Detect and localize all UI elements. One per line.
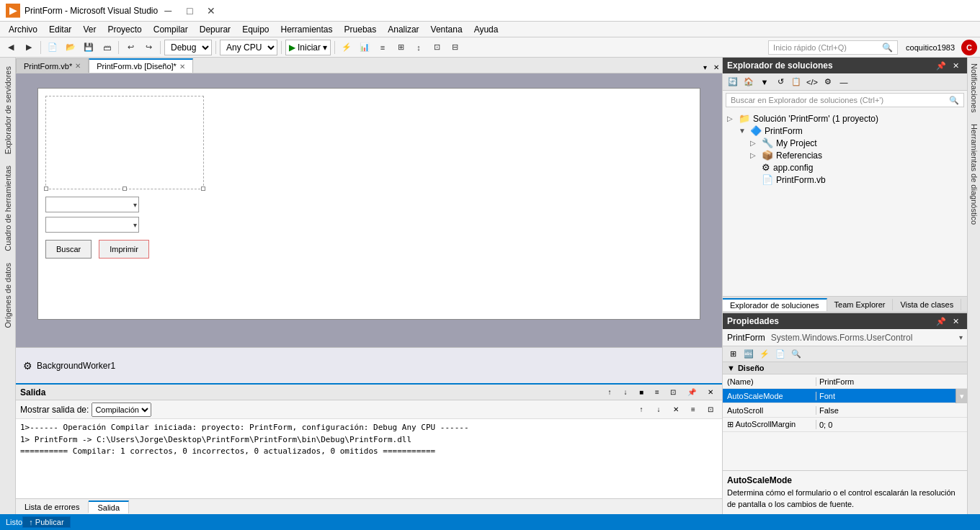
output-filter-select[interactable]: Compilación [92, 403, 151, 417]
output-pin-btn[interactable]: 📌 [685, 386, 699, 399]
toolbar-redo-btn[interactable]: ↪ [141, 40, 156, 55]
quick-search-box[interactable]: Inicio rápido (Ctrl+Q) 🔍 [768, 40, 898, 55]
user-avatar[interactable]: C [961, 40, 977, 55]
sidebar-item-data[interactable]: Orígenes de datos [1, 257, 15, 334]
maximize-button[interactable]: □ [179, 4, 200, 18]
tree-referencias[interactable]: ▷ 📦 Referencias [727, 149, 963, 161]
menu-compilar[interactable]: Compilar [148, 23, 194, 36]
toolbar-open-btn[interactable]: 📂 [63, 40, 79, 55]
tree-myproject[interactable]: ▷ 🔧 My Project [727, 137, 963, 149]
output-btn3[interactable]: ■ [634, 386, 649, 399]
se-btn-extra[interactable]: — [837, 76, 851, 89]
resize-handle-br[interactable] [201, 187, 205, 191]
menu-equipo[interactable]: Equipo [236, 23, 275, 36]
output-filter-btn3[interactable]: ✕ [669, 403, 683, 416]
tab-close-design-icon[interactable]: ✕ [179, 63, 185, 71]
output-filter-btn4[interactable]: ≡ [686, 403, 700, 416]
tab-close-all-btn[interactable]: ✕ [710, 61, 722, 73]
toolbar-extra4[interactable]: ⊞ [393, 40, 409, 55]
prop-search-btn[interactable]: 🔍 [789, 348, 803, 361]
sidebar-item-toolbox[interactable]: Cuadro de herramientas [1, 160, 15, 257]
tab-printform-design[interactable]: PrintForm.vb [Diseño]* ✕ [89, 58, 193, 73]
prop-page-btn[interactable]: 📄 [773, 348, 788, 361]
output-filter-btn1[interactable]: ↑ [634, 403, 649, 416]
resize-handle-bm[interactable] [122, 187, 127, 191]
prop-row-autoscalemode[interactable]: AutoScaleMode Font ▾ [723, 389, 967, 403]
picture-box[interactable] [45, 96, 204, 189]
minimize-button[interactable]: ─ [158, 4, 178, 18]
tab-close-icon[interactable]: ✕ [75, 62, 81, 70]
toolbar-extra7[interactable]: ⊟ [447, 40, 463, 55]
output-btn1[interactable]: ↑ [602, 386, 617, 399]
btn-imprimir[interactable]: Imprimir [99, 240, 149, 259]
prop-event-btn[interactable]: ⚡ [757, 348, 772, 361]
toolbar-save-btn[interactable]: 💾 [81, 40, 97, 55]
tree-solution[interactable]: ▷ 📁 Solución 'PrintForm' (1 proyecto) [727, 112, 963, 125]
se-btn-refresh[interactable]: ↺ [773, 76, 788, 89]
se-search-box[interactable]: Buscar en Explorador de soluciones (Ctrl… [726, 93, 964, 107]
combobox2[interactable]: ▾ [45, 217, 139, 233]
se-close-btn[interactable]: ✕ [948, 59, 963, 72]
tree-printform-vb[interactable]: ▷ 📄 PrintForm.vb [727, 174, 963, 186]
close-button[interactable]: ✕ [201, 4, 221, 18]
se-btn-sync[interactable]: 🔄 [726, 76, 740, 89]
combobox1[interactable]: ▾ [45, 197, 139, 212]
menu-archivo[interactable]: Archivo [3, 23, 43, 36]
tab-dropdown-btn[interactable]: ▾ [699, 61, 710, 73]
menu-herramientas[interactable]: Herramientas [275, 23, 339, 36]
toolbar-extra1[interactable]: ⚡ [339, 40, 355, 55]
toolbar-extra3[interactable]: ≡ [375, 40, 391, 55]
debug-mode-dropdown[interactable]: Debug [164, 40, 212, 55]
output-btn5[interactable]: ⊡ [666, 386, 680, 399]
toolbar-extra5[interactable]: ↕ [411, 40, 427, 55]
prop-alpha-btn[interactable]: 🔤 [741, 348, 756, 361]
tree-appconfig[interactable]: ▷ ⚙ app.config [727, 161, 963, 174]
sidebar-item-diagnostics[interactable]: Herramientas de diagnóstico [968, 118, 981, 230]
output-content: 1>------ Operación Compilar iniciada: pr… [16, 419, 722, 498]
toolbar-forward-btn[interactable]: ▶ [21, 40, 37, 55]
menu-ayuda[interactable]: Ayuda [468, 23, 504, 36]
publish-button[interactable]: ↑ Publicar [22, 516, 70, 528]
output-btn4[interactable]: ≡ [650, 386, 664, 399]
bottom-tab-output[interactable]: Salida [89, 500, 129, 513]
tree-project[interactable]: ▼ 🔷 PrintForm [727, 125, 963, 137]
output-filter-btn5[interactable]: ⊡ [703, 403, 718, 416]
toolbar-extra2[interactable]: 📊 [357, 40, 373, 55]
output-filter-btn2[interactable]: ↓ [651, 403, 666, 416]
se-btn-copy[interactable]: 📋 [789, 76, 803, 89]
menu-pruebas[interactable]: Pruebas [339, 23, 383, 36]
prop-close-btn[interactable]: ✕ [948, 315, 963, 328]
bottom-tab-errors[interactable]: Lista de errores [16, 501, 89, 513]
toolbar-undo-btn[interactable]: ↩ [122, 40, 138, 55]
sidebar-item-notifications[interactable]: Notificaciones [968, 58, 981, 118]
tab-printform-vb[interactable]: PrintForm.vb* ✕ [16, 58, 89, 73]
prop-cat-btn[interactable]: ⊞ [726, 348, 740, 361]
toolbar-extra6[interactable]: ⊡ [429, 40, 445, 55]
output-btn2[interactable]: ↓ [618, 386, 633, 399]
se-btn-filter[interactable]: ▼ [757, 76, 772, 89]
se-tab-team[interactable]: Team Explorer [827, 299, 894, 310]
toolbar-saveall-btn[interactable]: 🗃 [99, 40, 115, 55]
se-btn-prop[interactable]: ⚙ [821, 76, 835, 89]
run-button[interactable]: ▶ Iniciar ▾ [285, 40, 331, 55]
btn-buscar[interactable]: Buscar [45, 240, 92, 259]
resize-handle-bl[interactable] [44, 187, 48, 191]
se-btn-code[interactable]: </> [805, 76, 819, 89]
toolbar-back-btn[interactable]: ◀ [3, 40, 19, 55]
menu-editar[interactable]: Editar [43, 23, 77, 36]
toolbar-new-btn[interactable]: 📄 [45, 40, 61, 55]
menu-depurar[interactable]: Depurar [194, 23, 236, 36]
output-close-btn[interactable]: ✕ [703, 386, 718, 399]
prop-dropdown-arrow[interactable]: ▾ [956, 392, 967, 400]
se-tab-clases[interactable]: Vista de clases [893, 299, 961, 310]
se-tab-explorer[interactable]: Explorador de soluciones [723, 298, 827, 311]
menu-ventana[interactable]: Ventana [425, 23, 468, 36]
cpu-dropdown[interactable]: Any CPU [220, 40, 277, 55]
menu-proyecto[interactable]: Proyecto [102, 23, 147, 36]
se-pin-btn[interactable]: 📌 [934, 59, 948, 72]
se-btn-home[interactable]: 🏠 [741, 76, 756, 89]
prop-pin-btn[interactable]: 📌 [934, 315, 948, 328]
menu-analizar[interactable]: Analizar [382, 23, 424, 36]
sidebar-item-servers[interactable]: Explorador de servidores [1, 60, 15, 160]
menu-ver[interactable]: Ver [77, 23, 102, 36]
